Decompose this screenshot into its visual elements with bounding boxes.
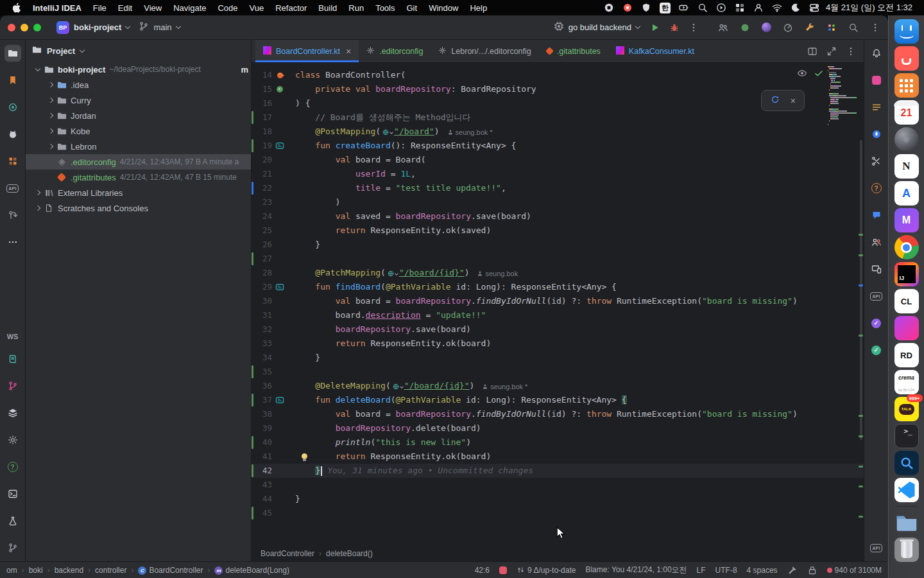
line-number[interactable]: 28 xyxy=(252,266,272,280)
line-number[interactable]: 16 xyxy=(252,96,272,110)
api-tool-icon[interactable]: API xyxy=(868,288,885,304)
dock-clion-icon[interactable]: CL xyxy=(894,289,919,313)
endpoint-globe-icon[interactable] xyxy=(392,383,403,390)
status-path-item[interactable]: boki xyxy=(29,566,43,575)
control-center-menubar-icon[interactable] xyxy=(809,3,819,13)
line-number[interactable]: 25 xyxy=(252,223,272,238)
docs-tool-icon[interactable] xyxy=(4,351,21,367)
collaborators-icon[interactable] xyxy=(718,22,728,33)
check-tool-icon[interactable]: ✓ xyxy=(868,342,885,358)
code-line[interactable]: 23 ) xyxy=(252,195,864,209)
code-line[interactable]: 45 xyxy=(252,506,864,520)
dock-app-m-icon[interactable]: M xyxy=(894,208,919,232)
tab-KafkaConsumer.kt[interactable]: KafkaConsumer.kt xyxy=(608,40,702,62)
line-number[interactable]: 39 xyxy=(252,421,272,435)
services-tool-icon[interactable] xyxy=(4,153,21,170)
battery-menubar-icon[interactable] xyxy=(679,3,689,13)
tree-item-.gitattributes[interactable]: .gitattributes4/21/24, 12:42AM, 47 B 15 … xyxy=(26,170,251,185)
project-tool-icon[interactable] xyxy=(4,45,21,62)
scrollbar-thumb[interactable] xyxy=(860,140,862,439)
menu-git[interactable]: Git xyxy=(401,3,424,13)
tab-Lebron....editorconfig[interactable]: Lebron/.../.editorconfig xyxy=(431,40,538,62)
code-line[interactable]: 18 @PostMapping("/board")seung.bok * xyxy=(252,125,864,139)
vcs-stripe-mark[interactable] xyxy=(859,234,863,236)
wifi-menubar-icon[interactable] xyxy=(772,3,782,13)
more-vertical-icon[interactable] xyxy=(870,22,880,33)
code-editor[interactable]: 14class BoardController(15 private val b… xyxy=(252,63,864,546)
moon-menubar-icon[interactable] xyxy=(791,3,801,13)
tree-item-ExternalLibraries[interactable]: External Libraries xyxy=(26,185,251,200)
menu-window[interactable]: Window xyxy=(423,3,464,13)
vcs-stripe-mark[interactable] xyxy=(859,486,863,487)
close-icon[interactable]: × xyxy=(791,96,796,106)
dock-settings-icon[interactable] xyxy=(894,127,919,152)
question-tool-icon[interactable]: ? xyxy=(868,180,885,197)
status-path-item[interactable]: mdeleteBoard(Long) xyxy=(214,565,289,575)
rocket-tool-icon[interactable] xyxy=(868,126,885,143)
tab-.editorconfig[interactable]: .editorconfig xyxy=(359,40,431,62)
split-icon[interactable] xyxy=(807,46,817,57)
pull-requests-tool-icon[interactable] xyxy=(4,207,21,223)
line-number[interactable]: 33 xyxy=(252,337,272,351)
ime-menubar-icon[interactable]: 한 xyxy=(660,3,671,13)
tiles-menubar-icon[interactable] xyxy=(735,3,745,13)
line-number[interactable]: 20 xyxy=(252,153,272,167)
code-line[interactable]: 17 // Board를 생성해주는 Method입니다 xyxy=(252,110,864,125)
user-menubar-icon[interactable] xyxy=(753,3,764,13)
profiler-icon[interactable] xyxy=(783,22,793,33)
github-tool-icon[interactable] xyxy=(4,126,21,143)
git-tool-icon[interactable] xyxy=(4,539,21,556)
tree-chevron-icon[interactable] xyxy=(48,144,53,149)
line-number[interactable]: 37 xyxy=(252,393,272,407)
run-button[interactable] xyxy=(650,22,660,33)
project-widget[interactable]: BP boki-project xyxy=(56,21,130,34)
scissors-tool-icon[interactable] xyxy=(868,153,885,170)
apple-menu-icon[interactable] xyxy=(5,3,27,13)
tree-chevron-icon[interactable] xyxy=(48,113,53,118)
help-tool-icon[interactable]: ? xyxy=(4,459,21,475)
status-red-icon[interactable] xyxy=(499,566,507,574)
intention-bulb-icon[interactable] xyxy=(302,453,307,459)
code-line[interactable]: 29 fun findBoard(@PathVariable id: Long)… xyxy=(252,280,864,294)
line-number[interactable]: 22 xyxy=(252,181,272,195)
spring-tool-icon[interactable] xyxy=(4,99,21,116)
tree-item-Jordan[interactable]: Jordan xyxy=(26,108,251,123)
record-menubar-icon[interactable] xyxy=(622,3,633,13)
api-tool-icon[interactable]: API xyxy=(4,180,21,197)
notifications-tool-icon[interactable] xyxy=(868,45,885,62)
tree-item-Lebron[interactable]: Lebron xyxy=(26,139,251,154)
line-number[interactable]: 40 xyxy=(252,435,272,450)
search-icon[interactable] xyxy=(848,22,859,33)
tree-item-.idea[interactable]: .idea xyxy=(26,77,251,92)
vcs-stripe-mark[interactable] xyxy=(859,466,863,468)
menu-refactor[interactable]: Refactor xyxy=(270,3,312,13)
settings-tool-icon[interactable] xyxy=(4,432,21,448)
dock-crema-icon[interactable]: cremaby 예스24 xyxy=(894,370,919,394)
code-line[interactable]: 25 return ResponseEntity.ok(saved) xyxy=(252,223,864,238)
dock-notion-icon[interactable]: N xyxy=(894,154,919,179)
bean-gutter-icon[interactable] xyxy=(272,82,287,96)
line-number[interactable]: 38 xyxy=(252,407,272,421)
code-line[interactable]: 20 val board = Board( xyxy=(252,153,864,167)
code-line[interactable]: 19 fun createBoard(): ResponseEntity<Any… xyxy=(252,139,864,153)
maximize-icon[interactable] xyxy=(826,46,837,57)
breadcrumb-item[interactable]: BoardController xyxy=(261,549,314,558)
dock-launchpad-icon[interactable] xyxy=(894,73,919,98)
layers-tool-icon[interactable] xyxy=(4,405,21,421)
tree-chevron-icon[interactable] xyxy=(35,190,40,195)
tree-item-Curry[interactable]: Curry xyxy=(26,92,251,108)
line-number[interactable]: 23 xyxy=(252,195,272,209)
vcs-change-marker[interactable] xyxy=(252,252,253,265)
line-number[interactable]: 21 xyxy=(252,167,272,181)
line-number[interactable]: 41 xyxy=(252,450,272,464)
tree-item-boki-project[interactable]: boki-project~/IdeaProjects/boki-projectm xyxy=(26,62,251,77)
code-line[interactable]: 14class BoardController( xyxy=(252,68,864,82)
code-line[interactable]: 35 xyxy=(252,365,864,379)
code-line[interactable]: 22 title = "test title update!!", xyxy=(252,181,864,195)
vcs-stripe-mark[interactable] xyxy=(859,435,863,437)
vcs-stripe-mark[interactable] xyxy=(859,335,863,337)
code-author-inlay[interactable]: seung.bok * xyxy=(482,380,527,394)
vcs-stripe-mark[interactable] xyxy=(859,285,863,286)
api-gutter-icon[interactable] xyxy=(272,393,287,407)
tree-chevron-icon[interactable] xyxy=(35,206,40,211)
